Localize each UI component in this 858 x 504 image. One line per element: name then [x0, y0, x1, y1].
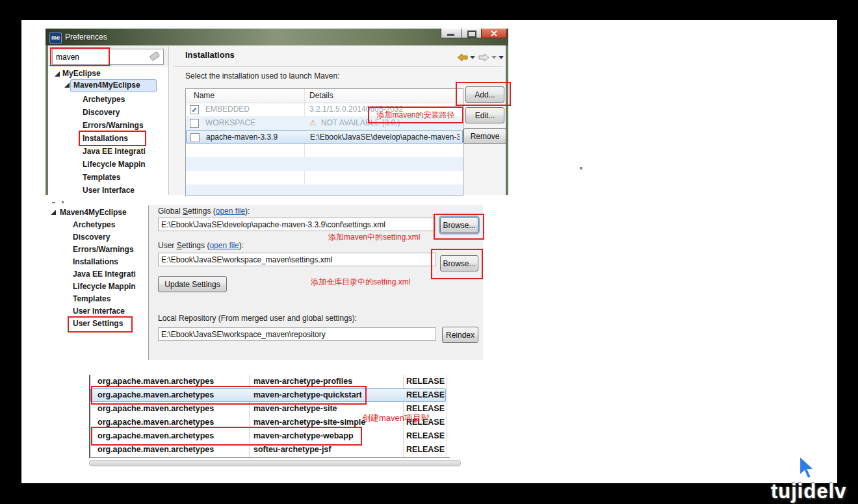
page-title: Installations	[185, 50, 235, 60]
tree-item-errors-warnings[interactable]: Errors/Warnings	[73, 245, 134, 254]
version: RELEASE	[406, 375, 445, 388]
myeclipse-logo-icon: me	[49, 32, 62, 44]
tree-item-java-ee-integration[interactable]: Java EE Integrati	[83, 147, 146, 156]
watermark: tujidelv	[771, 480, 847, 503]
checkbox-unchecked[interactable]	[190, 119, 199, 128]
expand-arrow-icon[interactable]	[51, 210, 56, 215]
maximize-icon	[467, 31, 476, 38]
column-header-details[interactable]: Details	[309, 91, 333, 100]
open-file-link[interactable]: open file	[209, 241, 239, 250]
version: RELEASE	[406, 388, 445, 402]
column-header-name[interactable]: Name	[194, 91, 214, 100]
installation-name: WORKSPACE	[205, 116, 255, 130]
installation-name: EMBEDDED	[205, 103, 250, 116]
tree-item-java-ee-integration[interactable]: Java EE Integrati	[73, 270, 136, 279]
header-separator	[173, 66, 503, 67]
annotation-install-path: 添加maven的安装路径	[368, 107, 463, 123]
minimize-icon	[447, 34, 454, 36]
checkbox-unchecked[interactable]	[190, 133, 200, 142]
label-text: ettings (	[182, 241, 210, 250]
tree-item-discovery[interactable]: Discovery	[83, 108, 120, 117]
open-file-link[interactable]: open file	[216, 207, 245, 216]
tree-item-errors-warnings[interactable]: Errors/Warnings	[83, 121, 144, 130]
panel-divider	[168, 47, 169, 195]
crop-artifact	[580, 167, 582, 170]
window-titlebar	[46, 29, 508, 45]
installation-details: E:\Ebook\JavaSE\develop\apache-maven-3	[310, 131, 460, 144]
installation-row-apache-maven[interactable]: apache-maven-3.3.9 E:\Ebook\JavaSE\devel…	[186, 130, 463, 144]
horizontal-scrollbar[interactable]	[89, 460, 461, 466]
tree-item-discovery[interactable]: Discovery	[73, 233, 110, 242]
mouse-cursor	[797, 455, 818, 482]
empty-row	[186, 157, 463, 171]
select-installation-label: Select the installation used to launch M…	[185, 71, 339, 81]
label-text: S	[183, 207, 188, 216]
table-header: Name Details	[186, 89, 463, 103]
user-settings-path-input[interactable]	[158, 253, 436, 266]
close-button[interactable]	[481, 29, 507, 38]
version: RELEASE	[406, 429, 445, 443]
clear-filter-icon[interactable]	[150, 51, 161, 61]
remove-button[interactable]: Remove	[463, 128, 506, 144]
checkbox-checked[interactable]: ✓	[190, 105, 199, 114]
tree-item-installations[interactable]: Installations	[73, 257, 118, 266]
view-menu-icon[interactable]	[499, 56, 504, 59]
empty-row	[186, 184, 463, 195]
annotation-create-project: 创建maven项目时	[362, 412, 430, 424]
installation-name: apache-maven-3.3.9	[206, 131, 278, 144]
annotation-box-installations	[79, 131, 146, 146]
annotation-box-search	[50, 47, 110, 66]
reindex-button[interactable]: Reindex	[442, 327, 478, 343]
tree-item-maven4myeclipse[interactable]: Maven4MyEclipse	[60, 208, 127, 217]
back-arrow-icon[interactable]	[457, 53, 468, 62]
crop-artifact	[62, 201, 64, 203]
label-text: Global	[158, 207, 183, 216]
update-settings-button[interactable]: Update Settings	[158, 276, 227, 292]
global-settings-path-input[interactable]	[158, 218, 436, 231]
tree-item-user-interface[interactable]: User Interface	[83, 186, 135, 195]
annotation-box-user-settings	[68, 316, 133, 333]
window-title: Preferences	[65, 32, 107, 42]
global-settings-label: Global Settings (open file):	[158, 207, 250, 216]
installations-table: Name Details ✓ EMBEDDED 3.2.1/1.5.0.2014…	[185, 88, 463, 196]
crop-artifact	[52, 202, 55, 203]
tree-item-maven4myeclipse[interactable]: Maven4MyEclipse	[73, 81, 140, 90]
local-repository-label: Local Repository (From merged user and g…	[158, 314, 357, 323]
annotation-box-add	[456, 82, 511, 106]
tree-item-archetypes[interactable]: Archetypes	[83, 95, 125, 104]
tree-item-lifecycle-mapping[interactable]: Lifecycle Mappin	[83, 160, 146, 169]
annotation-box-quickstart	[91, 386, 367, 405]
label-text: S	[177, 241, 182, 250]
user-settings-label: User Settings (open file):	[158, 241, 244, 250]
expand-arrow-icon[interactable]	[64, 82, 70, 88]
annotation-box-webapp	[91, 427, 362, 446]
annotation-box-browse-user	[431, 249, 483, 279]
tree-item-myeclipse[interactable]: MyEclipse	[62, 69, 101, 78]
label-text: User	[158, 241, 177, 250]
empty-row	[186, 144, 463, 157]
window-border-right	[506, 45, 508, 195]
annotation-global-settings: 添加maven中的setting.xml	[328, 232, 420, 243]
maximize-button[interactable]	[461, 29, 482, 38]
edit-button[interactable]: Edit...	[465, 107, 504, 123]
annotation-user-settings: 添加仓库目录中的setting.xml	[311, 277, 410, 288]
label-text: ):	[239, 241, 244, 250]
screenshot-canvas: me Preferences MyEclipse Maven4MyEclipse…	[0, 0, 858, 504]
forward-history-dropdown-icon[interactable]	[491, 56, 497, 59]
expand-arrow-icon[interactable]	[55, 71, 60, 77]
label-text: ettings (	[188, 207, 216, 216]
tree-item-templates[interactable]: Templates	[83, 173, 120, 182]
minimize-button[interactable]	[441, 29, 462, 38]
local-repository-input[interactable]	[158, 327, 436, 341]
warning-icon: ⚠	[309, 116, 317, 130]
annotation-box-browse-global	[434, 214, 484, 240]
tree-item-user-interface[interactable]: User Interface	[73, 307, 125, 316]
tree-item-lifecycle-mapping[interactable]: Lifecycle Mappin	[73, 282, 136, 291]
back-history-dropdown-icon[interactable]	[470, 56, 475, 59]
tree-item-templates[interactable]: Templates	[73, 294, 110, 303]
forward-arrow-icon[interactable]	[478, 53, 489, 62]
label-text: ):	[245, 207, 250, 216]
tree-item-archetypes[interactable]: Archetypes	[73, 220, 115, 229]
empty-row	[186, 171, 463, 184]
version: RELEASE	[406, 443, 445, 457]
